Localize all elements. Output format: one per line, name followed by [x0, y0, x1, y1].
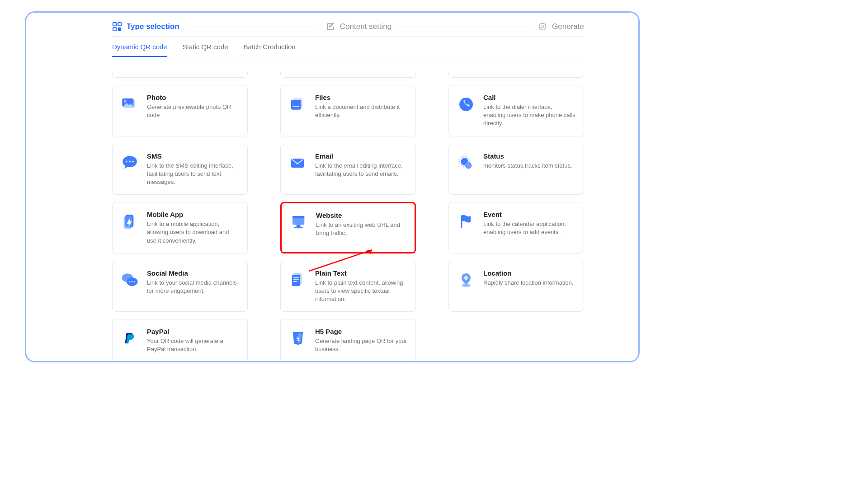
card-h5-page[interactable]: 5 H5 Page Generate landing page QR for y…	[280, 319, 416, 361]
card-desc: Generate landing page QR for your busine…	[315, 337, 407, 353]
svg-text:5: 5	[296, 336, 299, 342]
location-pin-icon	[456, 270, 476, 290]
step-label: Type selection	[127, 22, 179, 31]
document-icon	[288, 270, 308, 290]
card-website[interactable]: Website Link to an exsiting web URL and …	[280, 202, 416, 253]
card-email[interactable]: Email Link to the email editing interfac…	[280, 144, 416, 195]
html5-icon: 5	[288, 328, 308, 348]
svg-point-28	[129, 281, 130, 282]
check-circle-icon	[538, 22, 547, 32]
card-social-media[interactable]: Social Media Link to your social media c…	[112, 261, 248, 312]
card-title: Call	[483, 94, 576, 101]
card-partial-1[interactable]: audio content.	[280, 72, 416, 78]
card-status[interactable]: Status monitors status,tracks item statu…	[448, 144, 584, 195]
card-photo[interactable]: Photo Generate previewable photo QR code	[112, 85, 248, 136]
app-frame: Type selection Content setting Generate …	[25, 11, 640, 362]
tab-static-qr[interactable]: Static QR code	[183, 43, 228, 57]
svg-rect-23	[292, 216, 304, 218]
svg-rect-9	[291, 100, 301, 110]
card-title: Photo	[147, 94, 239, 101]
step-label: Content setting	[340, 22, 392, 31]
svg-rect-3	[118, 28, 121, 31]
svg-rect-0	[113, 23, 116, 26]
card-title: SMS	[147, 152, 239, 160]
step-separator	[188, 27, 317, 27]
svg-rect-1	[118, 23, 121, 26]
card-title: Social Media	[147, 269, 239, 277]
card-location[interactable]: Location Rapidly share location informat…	[448, 261, 584, 312]
card-partial-2[interactable]	[448, 72, 584, 78]
card-desc: Link to the dialer interface, enabling u…	[483, 103, 576, 128]
svg-point-37	[464, 276, 468, 280]
step-generate[interactable]: Generate	[538, 22, 584, 32]
edit-icon	[326, 22, 335, 32]
card-desc: Link to the calendar application, enabli…	[483, 220, 576, 236]
card-paypal[interactable]: PayPal Your QR code will generate a PayP…	[112, 319, 248, 361]
svg-rect-34	[293, 279, 299, 280]
chat-bubbles-icon	[120, 270, 140, 290]
paypal-icon	[120, 328, 140, 348]
card-desc: Link to your social media channels for m…	[147, 279, 239, 295]
svg-point-15	[132, 160, 134, 162]
card-title: Mobile App	[147, 211, 239, 218]
card-desc: Your QR code will generate a PayPal tran…	[147, 337, 239, 353]
stepper: Type selection Content setting Generate	[112, 22, 584, 37]
card-title: Status	[483, 152, 576, 160]
tabs: Dynamic QR code Static QR code Batch Cro…	[112, 37, 584, 57]
phone-icon	[456, 94, 476, 114]
step-label: Generate	[552, 22, 584, 31]
svg-point-13	[126, 160, 127, 162]
card-title: H5 Page	[315, 328, 407, 335]
card-call[interactable]: Call Link to the dialer interface, enabl…	[448, 85, 584, 136]
card-desc: Link to an exsiting web URL and bring tr…	[316, 221, 406, 237]
svg-point-14	[129, 160, 131, 162]
card-desc: Rapidly share location information.	[483, 279, 576, 287]
card-event[interactable]: Event Link to the calendar application, …	[448, 202, 584, 253]
sms-icon	[120, 153, 140, 173]
grid-icon	[112, 22, 122, 32]
card-mobile-app[interactable]: Mobile App Link to a mobile application,…	[112, 202, 248, 253]
svg-rect-32	[292, 275, 300, 286]
card-desc: Link to plain text content, allowing use…	[315, 279, 407, 304]
card-desc: monitors status,tracks item status.	[483, 162, 576, 170]
card-title: Plain Text	[315, 269, 407, 277]
email-icon	[288, 153, 308, 173]
card-desc: Link to a mobile application, allowing u…	[147, 220, 239, 245]
svg-point-29	[132, 281, 133, 282]
card-scroll-area: audio content. Photo Generate previewabl…	[112, 72, 584, 361]
card-plain-text[interactable]: Plain Text Link to plain text content, a…	[280, 261, 416, 312]
card-title: Event	[483, 211, 576, 218]
card-title: PayPal	[147, 328, 239, 335]
tab-batch[interactable]: Batch Croduction	[244, 43, 296, 57]
svg-rect-25	[294, 227, 303, 229]
card-grid: audio content. Photo Generate previewabl…	[112, 72, 584, 361]
mobile-app-icon	[120, 211, 140, 231]
step-type-selection[interactable]: Type selection	[112, 22, 179, 32]
card-title: Files	[315, 94, 407, 101]
card-files[interactable]: Files Link a document and distribute it …	[280, 85, 416, 136]
card-desc: Generate previewable photo QR code	[147, 103, 239, 119]
website-icon	[289, 212, 309, 232]
card-partial-0[interactable]	[112, 72, 248, 78]
photo-icon	[120, 94, 140, 114]
card-desc: Link to the SMS editing interface, facil…	[147, 162, 239, 187]
svg-rect-10	[292, 106, 299, 107]
svg-rect-35	[293, 281, 297, 282]
step-separator	[400, 27, 529, 27]
svg-point-30	[134, 281, 135, 282]
svg-point-4	[539, 23, 546, 30]
card-title: Website	[316, 211, 406, 219]
card-desc: Link to the email editing interface, fac…	[315, 162, 407, 178]
svg-rect-24	[297, 225, 301, 227]
flag-icon	[456, 211, 476, 231]
files-icon	[288, 94, 308, 114]
step-content-setting[interactable]: Content setting	[326, 22, 392, 32]
svg-point-19	[465, 162, 472, 169]
svg-rect-33	[293, 277, 299, 278]
tab-dynamic-qr[interactable]: Dynamic QR code	[112, 43, 167, 57]
status-icon	[456, 153, 476, 173]
card-sms[interactable]: SMS Link to the SMS editing interface, f…	[112, 144, 248, 195]
svg-point-7	[124, 100, 127, 103]
content-area: Type selection Content setting Generate …	[112, 22, 584, 361]
card-title: Location	[483, 269, 576, 277]
